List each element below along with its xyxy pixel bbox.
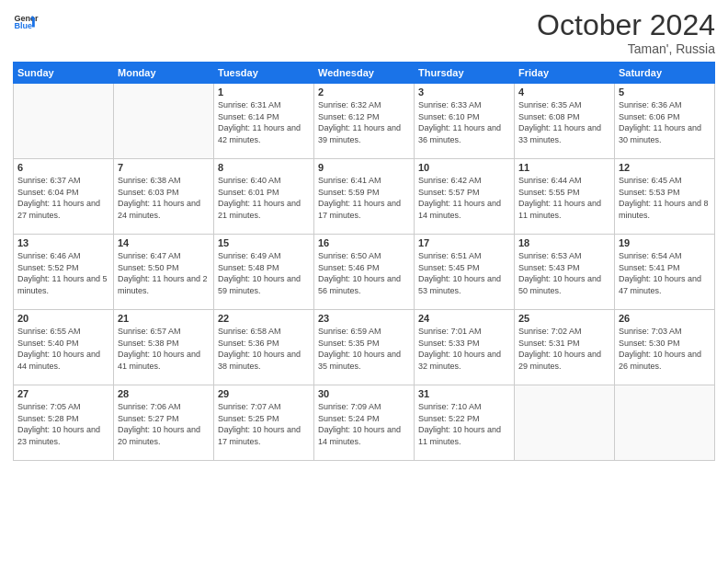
day-info: Sunrise: 7:05 AM Sunset: 5:28 PM Dayligh… — [17, 401, 109, 447]
page: General Blue October 2024 Taman', Russia… — [0, 0, 728, 563]
month-title: October 2024 — [537, 9, 715, 41]
day-info: Sunrise: 6:44 AM Sunset: 5:55 PM Dayligh… — [518, 175, 610, 221]
calendar-day-header: Friday — [515, 63, 615, 84]
day-number: 1 — [218, 86, 310, 98]
day-info: Sunrise: 6:55 AM Sunset: 5:40 PM Dayligh… — [17, 326, 109, 372]
calendar-day-cell: 2Sunrise: 6:32 AM Sunset: 6:12 PM Daylig… — [314, 84, 415, 159]
day-info: Sunrise: 7:03 AM Sunset: 5:30 PM Dayligh… — [619, 326, 711, 372]
day-number: 11 — [518, 162, 610, 173]
day-info: Sunrise: 6:57 AM Sunset: 5:38 PM Dayligh… — [118, 326, 210, 372]
calendar-day-cell: 22Sunrise: 6:58 AM Sunset: 5:36 PM Dayli… — [214, 310, 314, 385]
calendar-day-cell: 4Sunrise: 6:35 AM Sunset: 6:08 PM Daylig… — [515, 84, 615, 159]
day-info: Sunrise: 7:09 AM Sunset: 5:24 PM Dayligh… — [318, 401, 410, 447]
day-info: Sunrise: 6:53 AM Sunset: 5:43 PM Dayligh… — [518, 250, 610, 296]
calendar-day-cell: 10Sunrise: 6:42 AM Sunset: 5:57 PM Dayli… — [415, 159, 515, 235]
calendar-day-cell: 31Sunrise: 7:10 AM Sunset: 5:22 PM Dayli… — [415, 385, 515, 461]
calendar-day-cell: 24Sunrise: 7:01 AM Sunset: 5:33 PM Dayli… — [415, 310, 515, 385]
calendar-day-cell — [114, 84, 214, 159]
day-info: Sunrise: 6:49 AM Sunset: 5:48 PM Dayligh… — [218, 250, 310, 296]
day-info: Sunrise: 7:02 AM Sunset: 5:31 PM Dayligh… — [518, 326, 610, 372]
calendar-day-cell: 1Sunrise: 6:31 AM Sunset: 6:14 PM Daylig… — [214, 84, 314, 159]
day-number: 7 — [118, 162, 210, 173]
calendar-day-cell: 8Sunrise: 6:40 AM Sunset: 6:01 PM Daylig… — [214, 159, 314, 235]
calendar-day-cell: 7Sunrise: 6:38 AM Sunset: 6:03 PM Daylig… — [114, 159, 214, 235]
calendar-week-row: 6Sunrise: 6:37 AM Sunset: 6:04 PM Daylig… — [14, 159, 715, 235]
calendar-day-cell: 30Sunrise: 7:09 AM Sunset: 5:24 PM Dayli… — [314, 385, 415, 461]
day-number: 5 — [619, 86, 711, 98]
day-info: Sunrise: 6:33 AM Sunset: 6:10 PM Dayligh… — [418, 99, 510, 145]
day-number: 27 — [17, 388, 109, 399]
logo: General Blue — [13, 9, 39, 35]
calendar-day-cell: 19Sunrise: 6:54 AM Sunset: 5:41 PM Dayli… — [615, 235, 715, 310]
calendar-day-header: Saturday — [615, 63, 715, 84]
calendar-day-cell: 11Sunrise: 6:44 AM Sunset: 5:55 PM Dayli… — [515, 159, 615, 235]
calendar-day-cell: 13Sunrise: 6:46 AM Sunset: 5:52 PM Dayli… — [14, 235, 114, 310]
day-number: 15 — [218, 237, 310, 248]
calendar-day-cell: 29Sunrise: 7:07 AM Sunset: 5:25 PM Dayli… — [214, 385, 314, 461]
calendar-day-header: Tuesday — [214, 63, 314, 84]
day-info: Sunrise: 6:38 AM Sunset: 6:03 PM Dayligh… — [118, 175, 210, 221]
calendar-day-cell: 15Sunrise: 6:49 AM Sunset: 5:48 PM Dayli… — [214, 235, 314, 310]
day-number: 26 — [619, 313, 711, 324]
day-info: Sunrise: 7:10 AM Sunset: 5:22 PM Dayligh… — [418, 401, 510, 447]
calendar-day-cell: 20Sunrise: 6:55 AM Sunset: 5:40 PM Dayli… — [14, 310, 114, 385]
day-number: 14 — [118, 237, 210, 248]
location-subtitle: Taman', Russia — [537, 41, 715, 56]
day-info: Sunrise: 6:58 AM Sunset: 5:36 PM Dayligh… — [218, 326, 310, 372]
calendar-day-cell — [615, 385, 715, 461]
day-number: 10 — [418, 162, 510, 173]
calendar-week-row: 1Sunrise: 6:31 AM Sunset: 6:14 PM Daylig… — [14, 84, 715, 159]
day-number: 18 — [518, 237, 610, 248]
day-info: Sunrise: 7:07 AM Sunset: 5:25 PM Dayligh… — [218, 401, 310, 447]
day-number: 8 — [218, 162, 310, 173]
day-number: 6 — [17, 162, 109, 173]
calendar-day-cell: 9Sunrise: 6:41 AM Sunset: 5:59 PM Daylig… — [314, 159, 415, 235]
calendar-day-cell: 17Sunrise: 6:51 AM Sunset: 5:45 PM Dayli… — [415, 235, 515, 310]
day-info: Sunrise: 6:47 AM Sunset: 5:50 PM Dayligh… — [118, 250, 210, 296]
day-number: 28 — [118, 388, 210, 399]
day-number: 22 — [218, 313, 310, 324]
calendar-table: SundayMondayTuesdayWednesdayThursdayFrid… — [13, 62, 715, 461]
calendar-day-cell: 3Sunrise: 6:33 AM Sunset: 6:10 PM Daylig… — [415, 84, 515, 159]
day-number: 21 — [118, 313, 210, 324]
calendar-day-cell: 21Sunrise: 6:57 AM Sunset: 5:38 PM Dayli… — [114, 310, 214, 385]
calendar-day-cell: 25Sunrise: 7:02 AM Sunset: 5:31 PM Dayli… — [515, 310, 615, 385]
day-info: Sunrise: 6:37 AM Sunset: 6:04 PM Dayligh… — [17, 175, 109, 221]
day-number: 25 — [518, 313, 610, 324]
title-block: October 2024 Taman', Russia — [537, 9, 715, 56]
day-number: 17 — [418, 237, 510, 248]
day-number: 4 — [518, 86, 610, 98]
day-info: Sunrise: 6:40 AM Sunset: 6:01 PM Dayligh… — [218, 175, 310, 221]
day-number: 24 — [418, 313, 510, 324]
calendar-day-cell: 18Sunrise: 6:53 AM Sunset: 5:43 PM Dayli… — [515, 235, 615, 310]
day-info: Sunrise: 7:01 AM Sunset: 5:33 PM Dayligh… — [418, 326, 510, 372]
calendar-day-cell: 6Sunrise: 6:37 AM Sunset: 6:04 PM Daylig… — [14, 159, 114, 235]
day-number: 13 — [17, 237, 109, 248]
day-number: 31 — [418, 388, 510, 399]
day-number: 16 — [318, 237, 410, 248]
day-number: 3 — [418, 86, 510, 98]
day-number: 2 — [318, 86, 410, 98]
calendar-header-row: SundayMondayTuesdayWednesdayThursdayFrid… — [14, 63, 715, 84]
calendar-day-cell: 27Sunrise: 7:05 AM Sunset: 5:28 PM Dayli… — [14, 385, 114, 461]
calendar-day-cell: 26Sunrise: 7:03 AM Sunset: 5:30 PM Dayli… — [615, 310, 715, 385]
calendar-day-cell: 5Sunrise: 6:36 AM Sunset: 6:06 PM Daylig… — [615, 84, 715, 159]
day-info: Sunrise: 6:51 AM Sunset: 5:45 PM Dayligh… — [418, 250, 510, 296]
calendar-day-cell: 16Sunrise: 6:50 AM Sunset: 5:46 PM Dayli… — [314, 235, 415, 310]
calendar-day-cell: 23Sunrise: 6:59 AM Sunset: 5:35 PM Dayli… — [314, 310, 415, 385]
day-number: 30 — [318, 388, 410, 399]
calendar-day-cell — [14, 84, 114, 159]
day-number: 9 — [318, 162, 410, 173]
day-info: Sunrise: 6:54 AM Sunset: 5:41 PM Dayligh… — [619, 250, 711, 296]
day-info: Sunrise: 6:41 AM Sunset: 5:59 PM Dayligh… — [318, 175, 410, 221]
day-number: 29 — [218, 388, 310, 399]
calendar-day-cell — [515, 385, 615, 461]
day-number: 19 — [619, 237, 711, 248]
calendar-day-header: Wednesday — [314, 63, 415, 84]
day-info: Sunrise: 6:42 AM Sunset: 5:57 PM Dayligh… — [418, 175, 510, 221]
day-info: Sunrise: 6:46 AM Sunset: 5:52 PM Dayligh… — [17, 250, 109, 296]
day-number: 12 — [619, 162, 711, 173]
day-info: Sunrise: 6:36 AM Sunset: 6:06 PM Dayligh… — [619, 99, 711, 145]
calendar-day-cell: 14Sunrise: 6:47 AM Sunset: 5:50 PM Dayli… — [114, 235, 214, 310]
calendar-day-header: Thursday — [415, 63, 515, 84]
